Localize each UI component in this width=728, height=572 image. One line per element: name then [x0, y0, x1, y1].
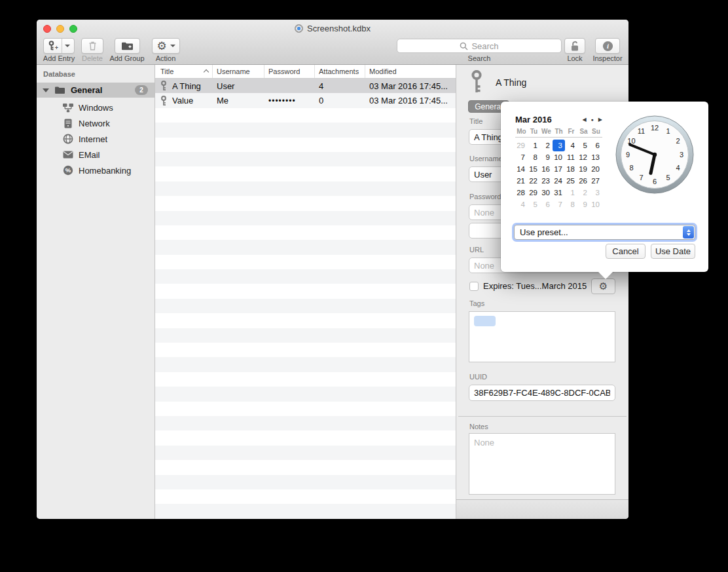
tag-token[interactable]: [474, 316, 496, 326]
calendar-day[interactable]: 14: [515, 163, 528, 175]
column-header-attachments[interactable]: Attachments: [315, 65, 365, 78]
sidebar-header: Database: [43, 70, 75, 78]
lock-button[interactable]: [564, 38, 585, 54]
tags-field[interactable]: [469, 311, 615, 362]
calendar-day[interactable]: 7: [515, 151, 528, 163]
calendar-day[interactable]: 4: [515, 199, 528, 210]
calendar-day[interactable]: 1: [528, 140, 540, 151]
expires-gear-button[interactable]: ⚙: [591, 278, 615, 294]
calendar-day[interactable]: 3: [590, 187, 602, 199]
calendar-day[interactable]: 19: [577, 163, 590, 175]
calendar-day[interactable]: 24: [553, 175, 565, 187]
notes-field[interactable]: None: [469, 433, 615, 495]
table-stripe: [155, 343, 456, 357]
inspector-button[interactable]: i: [595, 38, 620, 54]
table-row[interactable]: A Thing User 4 03 Mar 2016 17:45...: [155, 79, 456, 93]
calendar-day[interactable]: 2: [540, 140, 553, 151]
column-header-modified[interactable]: Modified: [365, 65, 456, 78]
column-header-title[interactable]: Title: [155, 65, 213, 78]
popover-arrow: [598, 272, 613, 279]
calendar-day[interactable]: 23: [540, 175, 553, 187]
calendar-day[interactable]: 8: [565, 199, 577, 210]
calendar-day[interactable]: 20: [590, 163, 602, 175]
add-entry-button[interactable]: +: [43, 38, 75, 54]
calendar-prev-button[interactable]: ◀: [582, 117, 586, 123]
date-picker-popover: Mar 2016 ◀ ● ▶ Mo Tu We Th Fr Sa Su 2912…: [501, 102, 708, 272]
document-icon: [295, 24, 303, 33]
table-stripe: [155, 372, 456, 387]
delete-button[interactable]: [81, 38, 103, 54]
calendar-day[interactable]: 1: [565, 187, 577, 199]
use-date-button[interactable]: Use Date: [651, 244, 695, 259]
uuid-field[interactable]: [469, 385, 615, 401]
calendar-day[interactable]: 5: [528, 199, 540, 210]
calendar-day[interactable]: 6: [590, 140, 602, 151]
calendar-day[interactable]: 21: [515, 175, 528, 187]
calendar-day[interactable]: 13: [590, 151, 602, 163]
clock-number: 3: [680, 151, 683, 159]
table-stripe: [155, 446, 456, 460]
calendar-day[interactable]: 27: [590, 175, 602, 187]
entry-attachments: 4: [315, 79, 365, 93]
calendar-day[interactable]: 10: [553, 151, 565, 163]
calendar-day[interactable]: 16: [540, 163, 553, 175]
expires-checkbox[interactable]: [469, 282, 479, 291]
sidebar-item-windows[interactable]: Windows: [37, 100, 155, 115]
calendar-day[interactable]: 11: [565, 151, 577, 163]
calendar-day[interactable]: 5: [577, 140, 590, 151]
sidebar-item-homebanking[interactable]: % Homebanking: [37, 162, 155, 178]
calendar-day[interactable]: 25: [565, 175, 577, 187]
username-label: Username: [469, 155, 503, 162]
calendar-day[interactable]: 29: [515, 140, 528, 151]
calendar-day[interactable]: 3: [553, 140, 565, 151]
action-button[interactable]: ⚙: [152, 38, 180, 54]
clock-number: 4: [676, 164, 680, 172]
preset-dropdown[interactable]: Use preset...: [514, 225, 695, 240]
calendar-day[interactable]: 2: [577, 187, 590, 199]
cancel-button[interactable]: Cancel: [606, 244, 646, 259]
table-stripe: [155, 269, 456, 284]
window-title-wrap: Screenshot.kdbx: [37, 24, 628, 33]
search-input[interactable]: Search: [397, 39, 562, 53]
calendar-day[interactable]: 31: [553, 187, 565, 199]
calendar-day[interactable]: 22: [528, 175, 540, 187]
table-row[interactable]: Value Me •••••••• 0 03 Mar 2016 17:45...: [155, 93, 456, 107]
calendar-day[interactable]: 18: [565, 163, 577, 175]
calendar-day[interactable]: 10: [590, 199, 602, 210]
inspector-label: Inspector: [592, 54, 622, 62]
calendar-day[interactable]: 12: [577, 151, 590, 163]
server-icon: [62, 117, 74, 129]
column-header-username[interactable]: Username: [213, 65, 264, 78]
entry-table: Title Username Password Attachments Modi…: [155, 65, 456, 519]
chevron-down-icon[interactable]: [65, 45, 70, 47]
dropdown-stepper-icon[interactable]: [683, 226, 694, 238]
column-header-password[interactable]: Password: [264, 65, 315, 78]
calendar-day[interactable]: 26: [577, 175, 590, 187]
disclosure-triangle-icon[interactable]: [43, 88, 49, 92]
calendar-today-button[interactable]: ●: [591, 117, 594, 122]
calendar-day[interactable]: 4: [565, 140, 577, 151]
clock-center-dot: [653, 153, 657, 157]
calendar-day[interactable]: 17: [553, 163, 565, 175]
sidebar-item-email[interactable]: EMail: [37, 147, 155, 162]
sidebar-item-label: General: [71, 85, 102, 95]
preset-value: Use preset...: [520, 227, 568, 237]
calendar-day[interactable]: 15: [528, 163, 540, 175]
calendar-day[interactable]: 30: [540, 187, 553, 199]
table-stripe: [155, 387, 456, 401]
add-group-button[interactable]: [115, 38, 140, 54]
entry-count-badge: 2: [135, 85, 148, 95]
calendar-day[interactable]: 6: [540, 199, 553, 210]
sidebar-item-internet[interactable]: Internet: [37, 131, 155, 147]
sidebar-item-general[interactable]: General 2: [37, 83, 155, 98]
calendar-day[interactable]: 9: [540, 151, 553, 163]
table-stripe: [155, 504, 456, 518]
calendar-next-button[interactable]: ▶: [598, 117, 602, 123]
sidebar-item-network[interactable]: Network: [37, 115, 155, 131]
calendar-day[interactable]: 8: [528, 151, 540, 163]
calendar-day[interactable]: 28: [515, 187, 528, 199]
clock-number: 7: [639, 174, 643, 181]
calendar-day[interactable]: 7: [553, 199, 565, 210]
calendar-day[interactable]: 9: [577, 199, 590, 210]
calendar-day[interactable]: 29: [528, 187, 540, 199]
